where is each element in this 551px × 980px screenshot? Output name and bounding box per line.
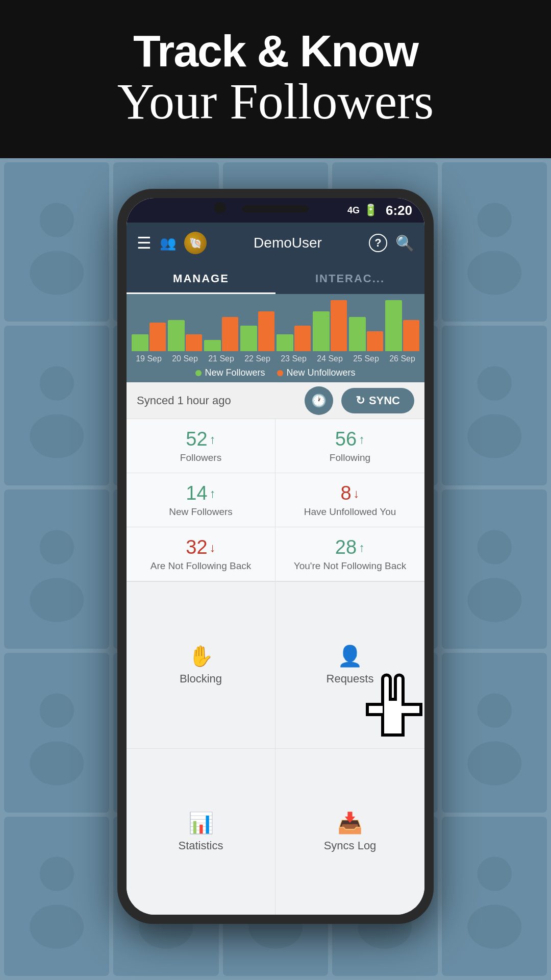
bar-green <box>313 311 330 351</box>
bottom-icon-syncs-log[interactable]: 📥 Syncs Log <box>276 748 424 915</box>
stat-cell[interactable]: 32↓ Are Not Following Back <box>127 527 276 581</box>
stat-cell[interactable]: 56↑ Following <box>276 419 424 473</box>
status-time: 6:20 <box>386 203 412 218</box>
users-icon[interactable]: 👥 <box>160 235 176 251</box>
chart-group: 26 Sep <box>385 300 419 363</box>
phone-speaker <box>242 205 309 212</box>
sync-bar: Synced 1 hour ago 🕐 ↻ SYNC <box>127 382 424 419</box>
svg-point-30 <box>39 693 73 727</box>
avatar-cell <box>442 653 547 812</box>
stat-label: Have Unfollowed You <box>281 506 419 518</box>
avatar-cell <box>4 653 109 812</box>
stat-number: 8↓ <box>281 482 419 504</box>
stat-label: Following <box>281 452 419 463</box>
sync-history-button[interactable]: 🕐 <box>305 386 333 415</box>
stat-number: 14↑ <box>132 482 270 504</box>
avatar-cell <box>442 326 547 485</box>
stat-cell[interactable]: 14↑ New Followers <box>127 473 276 527</box>
chart-date-label: 26 Sep <box>389 354 415 363</box>
bottom-icon-blocking[interactable]: ✋ Blocking <box>127 581 276 748</box>
svg-point-39 <box>467 741 521 786</box>
svg-point-38 <box>477 693 511 727</box>
svg-point-49 <box>467 905 521 949</box>
bar-orange <box>149 323 166 351</box>
svg-point-8 <box>477 203 511 237</box>
arrow-down-icon: ↓ <box>354 486 360 501</box>
help-icon[interactable]: ? <box>369 234 387 252</box>
chart-bars-pair <box>168 320 202 351</box>
chart-group: 24 Sep <box>313 300 347 363</box>
chart-date-label: 24 Sep <box>317 354 343 363</box>
phone-outer: 4G 🔋 6:20 ☰ 👥 🐚 DemoUser ? 🔍 <box>117 189 434 924</box>
bottom-icon-statistics[interactable]: 📊 Statistics <box>127 748 276 915</box>
chart-date-label: 21 Sep <box>208 354 234 363</box>
svg-point-40 <box>39 857 73 891</box>
sync-text: Synced 1 hour ago <box>137 394 296 407</box>
bar-orange <box>258 311 275 351</box>
arrow-up-icon: ↑ <box>210 432 216 447</box>
stat-label: Are Not Following Back <box>132 560 270 572</box>
svg-point-11 <box>30 414 84 458</box>
tab-interact[interactable]: INTERAC... <box>276 263 424 294</box>
stat-cell[interactable]: 52↑ Followers <box>127 419 276 473</box>
svg-point-1 <box>30 251 84 295</box>
svg-point-21 <box>30 578 84 622</box>
avatar-cell <box>442 817 547 976</box>
hero-line2: Your Followers <box>117 74 434 130</box>
arrow-up-icon: ↑ <box>359 541 365 555</box>
svg-point-31 <box>30 741 84 786</box>
avatar-cell <box>4 326 109 485</box>
phone-mockup: 4G 🔋 6:20 ☰ 👥 🐚 DemoUser ? 🔍 <box>117 189 434 924</box>
chart-group: 19 Sep <box>132 323 166 363</box>
bottom-cell-label: Requests <box>327 672 374 685</box>
hero-line1: Track & Know <box>133 29 418 74</box>
stat-label: Followers <box>132 452 270 463</box>
chart-bars-pair <box>132 323 166 351</box>
bottom-cell-label: Statistics <box>178 839 223 852</box>
bottom-cell-label: Syncs Log <box>324 839 377 852</box>
chart-bars-pair <box>385 300 419 351</box>
stat-number: 56↑ <box>281 428 419 450</box>
stat-label: New Followers <box>132 506 270 518</box>
chart-date-label: 23 Sep <box>281 354 307 363</box>
stat-number: 28↑ <box>281 536 419 558</box>
chart-date-label: 22 Sep <box>244 354 270 363</box>
stat-cell[interactable]: 8↓ Have Unfollowed You <box>276 473 424 527</box>
chart-bars-pair <box>240 311 274 351</box>
sync-icon: ↻ <box>356 394 365 407</box>
chart-legend: New Followers New Unfollowers <box>132 368 419 378</box>
bar-orange <box>186 334 203 351</box>
bottom-icons: ✋ Blocking 👤 Requests 📊 Statistics 📥 Syn… <box>127 581 424 915</box>
legend-new-unfollowers: New Unfollowers <box>277 368 355 378</box>
battery-icon: 🔋 <box>364 204 378 217</box>
svg-point-10 <box>39 366 73 401</box>
svg-point-28 <box>477 530 511 564</box>
chart-area: 19 Sep 20 Sep 21 Sep 22 Sep 23 Sep 24 Se… <box>127 294 424 382</box>
bar-orange <box>294 326 311 351</box>
search-icon[interactable]: 🔍 <box>395 234 414 252</box>
bar-green <box>349 317 366 351</box>
menu-icon[interactable]: ☰ <box>137 233 152 253</box>
bottom-cell-icon: ✋ <box>188 644 214 668</box>
svg-point-29 <box>467 578 521 622</box>
status-icons: 4G 🔋 6:20 <box>347 203 412 218</box>
chart-bars-pair <box>313 300 347 351</box>
arrow-up-icon: ↑ <box>210 486 216 501</box>
arrow-up-icon: ↑ <box>359 432 365 447</box>
bar-orange <box>222 317 239 351</box>
app-header: ☰ 👥 🐚 DemoUser ? 🔍 <box>127 223 424 263</box>
bar-orange <box>403 320 420 351</box>
stat-cell[interactable]: 28↑ You're Not Following Back <box>276 527 424 581</box>
bottom-icon-requests[interactable]: 👤 Requests <box>276 581 424 748</box>
tab-manage[interactable]: MANAGE <box>127 263 276 294</box>
bar-green <box>277 334 293 351</box>
bar-green <box>204 340 221 351</box>
signal-icon: 4G <box>347 205 360 216</box>
sync-button[interactable]: ↻ SYNC <box>341 388 414 413</box>
svg-point-20 <box>39 530 73 564</box>
chart-bars: 19 Sep 20 Sep 21 Sep 22 Sep 23 Sep 24 Se… <box>132 302 419 363</box>
bar-green <box>132 334 148 351</box>
chart-group: 25 Sep <box>349 317 383 363</box>
bar-orange <box>331 300 347 351</box>
stats-grid: 52↑ Followers 56↑ Following 14↑ New Foll… <box>127 419 424 581</box>
